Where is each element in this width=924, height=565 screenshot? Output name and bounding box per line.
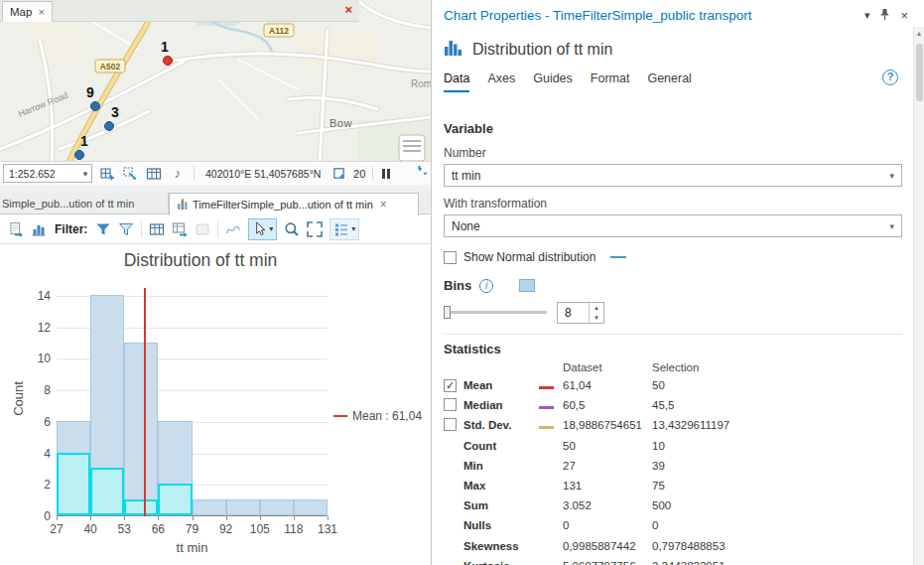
stat-selection-value: 10: [652, 440, 902, 452]
selection-bar[interactable]: [124, 499, 158, 515]
export-icon[interactable]: [8, 219, 24, 239]
map-point-label: 1: [80, 133, 88, 149]
panel-tab-data[interactable]: Data: [444, 71, 469, 92]
map-point-blue[interactable]: [75, 151, 84, 160]
edge-street-label: Romf: [411, 78, 431, 89]
filter-by-extent-icon[interactable]: [118, 219, 134, 239]
help-icon[interactable]: ?: [882, 70, 898, 85]
plot-area[interactable]: 02468101214274053667992105118131: [57, 288, 328, 516]
map-canvas[interactable]: A502 A112 Harrow Road Bow Romf 1 9 3 1: [0, 0, 431, 161]
chart-tab-inactive[interactable]: Simple_pub...ution of tt min: [0, 193, 169, 214]
legend-toggle-button[interactable]: ▾: [330, 218, 359, 240]
goto-xy-icon[interactable]: [330, 164, 348, 183]
grid-add-icon[interactable]: [97, 164, 116, 183]
scale-combobox[interactable]: 1:252.652 ▾: [3, 164, 92, 183]
map-point-label: 1: [161, 39, 169, 55]
bins-input[interactable]: 8 ▴ ▾: [557, 302, 604, 324]
close-icon[interactable]: ×: [900, 8, 908, 23]
selection-bar[interactable]: [158, 484, 192, 515]
full-extent-icon[interactable]: [307, 219, 323, 239]
spin-down-button[interactable]: ▾: [590, 313, 603, 323]
map-tab[interactable]: Map ×: [2, 1, 53, 22]
stat-label: Skewness: [463, 540, 539, 552]
scale-value: 1:252.652: [4, 168, 78, 180]
panel-tab-guides[interactable]: Guides: [533, 71, 573, 92]
stat-row-mean: ✓Mean61,0450: [444, 375, 902, 395]
bins-row: Bins i: [444, 278, 902, 293]
map-point-red[interactable]: [164, 57, 173, 66]
bins-slider-row: 8 ▴ ▾: [444, 301, 902, 324]
stat-checkbox[interactable]: [444, 418, 457, 431]
map-tab-close-icon[interactable]: ×: [38, 6, 44, 18]
coordinates-display: 402010°E 51,4057685°N: [205, 168, 321, 180]
sound-icon[interactable]: ♪: [168, 164, 187, 183]
stat-dataset-value: 27: [563, 460, 652, 472]
map-point-blue[interactable]: [91, 102, 100, 111]
table-icon[interactable]: [149, 219, 165, 239]
export-table-icon[interactable]: [172, 219, 188, 239]
stat-dataset-value: 0,9985887442: [563, 540, 652, 552]
stat-selection-value: 50: [652, 379, 902, 391]
histogram-bar[interactable]: [260, 499, 294, 515]
normal-distribution-checkbox[interactable]: [444, 251, 457, 264]
stat-row-count: Count5010: [444, 436, 902, 456]
panel-tab-format[interactable]: Format: [591, 71, 630, 92]
panel-tab-axes[interactable]: Axes: [487, 71, 515, 92]
x-tick-mark: [90, 516, 91, 520]
histogram-bar[interactable]: [226, 499, 260, 515]
chart-tab-icon: [177, 199, 188, 212]
collapse-icon[interactable]: ▾: [864, 9, 870, 22]
stat-dataset-value: 0: [563, 519, 652, 531]
histogram-bar[interactable]: [193, 499, 226, 515]
select-mode-button[interactable]: ▾: [248, 218, 277, 240]
x-tick-mark: [226, 516, 227, 520]
zoom-icon[interactable]: [284, 219, 300, 239]
stat-checkbox[interactable]: ✓: [444, 379, 457, 392]
filter-label: Filter:: [55, 222, 87, 236]
stat-color-swatch: [539, 426, 554, 429]
bins-value[interactable]: 8: [558, 303, 589, 323]
spin-up-button[interactable]: ▴: [590, 303, 603, 313]
stat-row-nulls: Nulls00: [444, 515, 902, 535]
histogram-bar[interactable]: [124, 343, 158, 515]
bins-color-swatch[interactable]: [519, 279, 535, 292]
map-point-blue[interactable]: [105, 122, 114, 131]
stat-checkbox[interactable]: [444, 398, 457, 411]
refresh-icon[interactable]: [409, 164, 428, 183]
smooth-line-icon[interactable]: [225, 219, 241, 239]
pin-icon[interactable]: [879, 8, 890, 23]
chart-type-icon[interactable]: [31, 219, 47, 239]
pause-icon[interactable]: [382, 169, 390, 179]
scroll-thumb[interactable]: [916, 44, 923, 101]
caret-down-icon[interactable]: ▾: [78, 169, 91, 179]
panel-tab-general[interactable]: General: [647, 71, 691, 92]
selection-tool-icon[interactable]: [121, 164, 140, 183]
view-splitter[interactable]: [0, 185, 431, 193]
scroll-up-button[interactable]: ▲: [914, 27, 924, 40]
selection-bar[interactable]: [57, 453, 90, 515]
panel-scrollbar[interactable]: ▲: [913, 27, 924, 565]
stats-col-dataset: Dataset: [563, 361, 652, 373]
stat-selection-value: 500: [652, 499, 902, 511]
attribute-table-icon[interactable]: [145, 164, 164, 183]
bins-slider[interactable]: [444, 311, 547, 314]
transformation-select[interactable]: None ▾: [444, 214, 902, 237]
map-overlay-widget[interactable]: [399, 135, 425, 161]
bins-slider-handle[interactable]: [444, 306, 451, 319]
stat-selection-value: 13,4329611197: [652, 419, 902, 431]
map-view: A502 A112 Harrow Road Bow Romf 1 9 3 1: [0, 0, 431, 185]
histogram-bar[interactable]: [294, 499, 328, 515]
stat-row-max: Max13175: [444, 476, 902, 495]
stat-row-skewness: Skewness0,99858874420,7978488853: [444, 536, 902, 556]
y-tick-label: 2: [13, 478, 51, 492]
view-close-button[interactable]: ×: [344, 3, 352, 16]
stat-label: Mean: [463, 379, 539, 391]
filter-by-selection-icon[interactable]: [95, 219, 111, 239]
stat-label: Nulls: [463, 519, 539, 531]
selection-bar[interactable]: [90, 468, 124, 515]
close-icon[interactable]: ×: [380, 198, 387, 212]
number-select[interactable]: tt min ▾: [444, 164, 902, 187]
chart-tab-active[interactable]: TimeFilterSimple_pub...ution of tt min ×: [169, 193, 419, 215]
caret-down-icon: ▾: [351, 224, 355, 233]
info-icon[interactable]: i: [479, 279, 493, 293]
